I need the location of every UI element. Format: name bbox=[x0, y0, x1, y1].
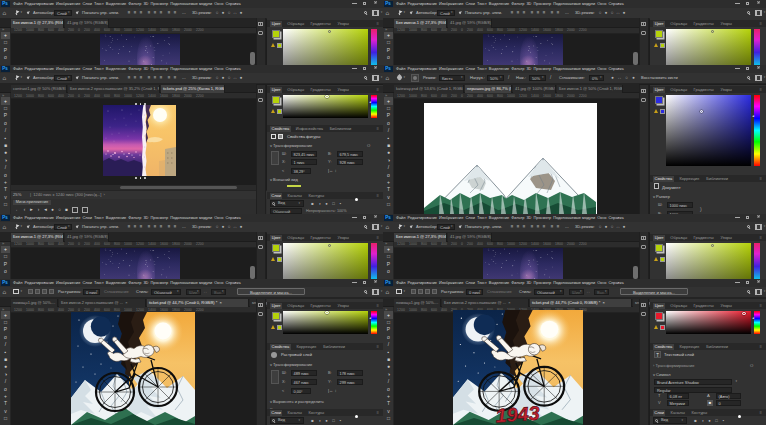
svg-text:1943: 1943 bbox=[495, 402, 541, 425]
